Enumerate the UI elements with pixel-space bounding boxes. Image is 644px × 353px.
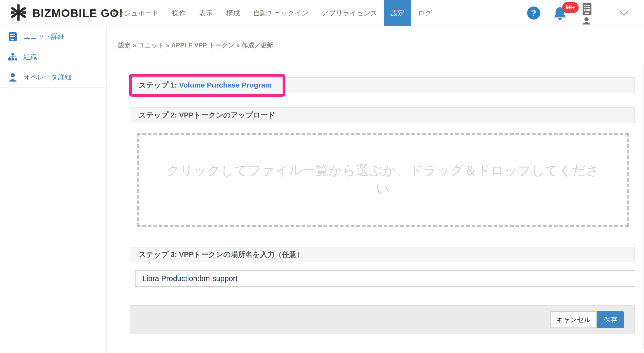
sidebar-item-label: ユニット詳細 — [23, 32, 65, 41]
step1-header: ステップ 1: Volume Purchase Program — [130, 77, 635, 93]
sidebar-item-unit-detail[interactable]: ユニット詳細 — [0, 27, 106, 47]
location-name-input[interactable] — [135, 270, 635, 287]
cancel-button[interactable]: キャンセル — [550, 311, 597, 328]
step1-vpp-link[interactable]: Volume Purchase Program — [179, 81, 272, 89]
nav-item-settings[interactable]: 設定 — [384, 0, 411, 26]
person-icon — [8, 73, 17, 82]
dropzone-placeholder-text: クリックしてファイル一覧から選ぶか、ドラッグ＆ドロップしてください — [162, 161, 604, 198]
chevron-down-icon[interactable] — [618, 9, 630, 17]
sidebar-item-operator-detail[interactable]: オペレータ詳細 — [0, 67, 106, 88]
sitemap-icon — [8, 53, 17, 61]
step2-header: ステップ 2: VPPトークンのアップロード — [130, 107, 635, 123]
sidebar-item-label: 組織 — [23, 52, 37, 61]
nav-item-view[interactable]: 表示 — [193, 0, 220, 26]
breadcrumb: 設定 » ユニット » APPLE VPP トークン » 作成／更新 — [118, 41, 273, 49]
main-nav: ダッシュボード 操作 表示 構成 自動チェックイン アプリライセンス 設定 ログ — [104, 0, 438, 26]
building-user-icon[interactable] — [580, 3, 594, 24]
notification-badge: 99+ — [562, 2, 579, 13]
nav-item-log[interactable]: ログ — [411, 0, 438, 26]
nav-item-auto-checkin[interactable]: 自動チェックイン — [247, 0, 315, 26]
nav-item-operations[interactable]: 操作 — [165, 0, 193, 26]
sidebar: ユニット詳細 組織 — [0, 27, 107, 353]
save-button[interactable]: 保存 — [597, 311, 624, 328]
nav-item-configuration[interactable]: 構成 — [220, 0, 247, 26]
vpp-token-form-card: ステップ 1: Volume Purchase Program ステップ 2: … — [120, 64, 644, 349]
step1-label: ステップ 1: — [139, 80, 179, 90]
sidebar-item-label: オペレータ詳細 — [23, 73, 71, 82]
asterisk-logo-icon — [10, 4, 27, 22]
form-footer: キャンセル 保存 — [130, 305, 635, 334]
building-icon — [8, 32, 17, 41]
file-dropzone[interactable]: クリックしてファイル一覧から選ぶか、ドラッグ＆ドロップしてください — [137, 133, 629, 227]
step3-header: ステップ 3: VPPトークンの場所名を入力（任意） — [130, 247, 635, 262]
top-navigation-bar: BIZMOBILE GO! ダッシュボード 操作 表示 構成 自動チェックイン … — [0, 0, 644, 26]
nav-item-dashboard[interactable]: ダッシュボード — [104, 0, 165, 26]
help-icon[interactable]: ? — [527, 7, 540, 20]
nav-item-app-license[interactable]: アプリライセンス — [315, 0, 384, 26]
sidebar-item-organization[interactable]: 組織 — [0, 47, 106, 67]
